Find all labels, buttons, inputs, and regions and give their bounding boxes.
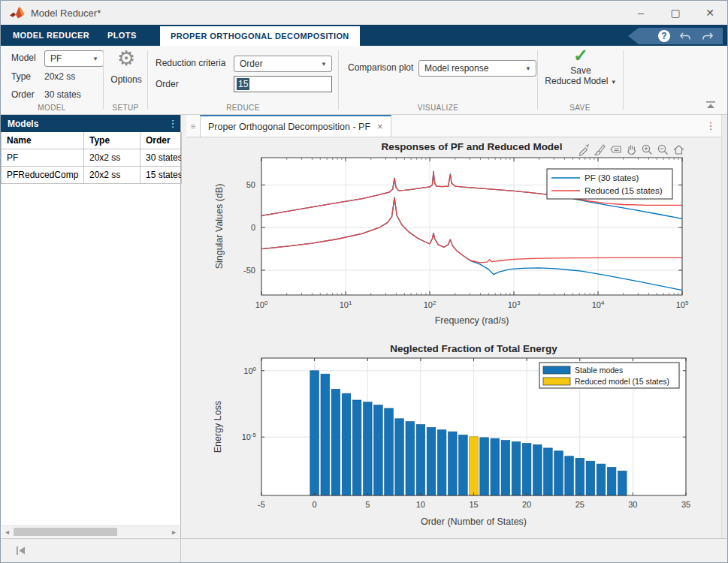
collapse-panel-icon[interactable] [16, 546, 26, 555]
scroll-left-icon[interactable]: ◂ [2, 526, 13, 537]
type-value: 20x2 ss [44, 71, 75, 82]
comparison-plot-dropdown[interactable]: Model response ▼ [418, 60, 536, 77]
model-dropdown[interactable]: PF ▼ [44, 50, 104, 67]
response-chart[interactable]: 100101102103104105500-50PF (30 states)Re… [194, 139, 720, 342]
svg-text:100: 100 [243, 366, 256, 375]
svg-text:5: 5 [365, 500, 370, 509]
document-tab[interactable]: Proper Orthogonal Decomposition - PF × [200, 115, 391, 137]
reduction-criteria-label: Reduction criteria [156, 58, 225, 68]
chevron-down-icon: ▼ [525, 61, 531, 77]
svg-text:10-5: 10-5 [242, 432, 257, 441]
section-separator [103, 50, 104, 110]
svg-text:50: 50 [246, 180, 255, 189]
section-label-reduce: REDUCE [148, 104, 338, 112]
export-icon[interactable] [578, 143, 591, 156]
minimize-button[interactable]: – [624, 1, 658, 25]
table-cell: 20x2 ss [84, 167, 140, 184]
maximize-button[interactable]: ▢ [658, 1, 693, 25]
energy-loss-plot[interactable]: -50510152025303510010-5Stable modesReduc… [194, 342, 720, 531]
svg-text:20: 20 [522, 500, 531, 509]
model-label: Model [11, 53, 36, 63]
svg-text:PF (30 states): PF (30 states) [585, 173, 639, 182]
models-table: Name Type Order PF20x2 ss30 statesPFRedu… [1, 132, 182, 184]
pan-icon[interactable] [625, 143, 638, 156]
kebab-menu-icon[interactable]: ⋮ [165, 118, 180, 129]
redo-icon[interactable] [701, 31, 714, 41]
title-bar: Model Reducer* – ▢ ✕ [1, 1, 727, 25]
table-cell: 15 states [140, 167, 182, 184]
table-row[interactable]: PFReducedComp20x2 ss15 states [2, 167, 182, 184]
matlab-logo-icon [10, 6, 25, 20]
document-grip-icon[interactable]: ≡ [188, 119, 198, 134]
svg-text:-5: -5 [258, 500, 265, 509]
section-label-setup: SETUP [104, 104, 147, 112]
section-label-save: SAVE [537, 104, 623, 112]
section-separator [623, 50, 624, 110]
column-header-order[interactable]: Order [140, 132, 182, 149]
zoom-out-icon[interactable] [657, 143, 669, 156]
reduce-order-label: Order [156, 79, 179, 89]
order-label: Order [11, 89, 35, 100]
tab-plots[interactable]: PLOTS [103, 25, 141, 46]
section-separator [338, 50, 339, 110]
ribbon: Model PF ▼ Type 20x2 ss Order 30 states … [1, 46, 727, 115]
svg-text:Singular Values (dB): Singular Values (dB) [214, 184, 225, 269]
scroll-right-icon[interactable]: ▸ [168, 526, 180, 537]
close-button[interactable]: ✕ [693, 1, 727, 25]
svg-text:Reduced (15 states): Reduced (15 states) [585, 186, 663, 195]
svg-text:Responses of PF and Reduced Mo: Responses of PF and Reduced Model [382, 141, 563, 152]
models-panel: Models ⋮ Name Type Order PF20x2 ss30 sta… [1, 115, 181, 538]
tab-model-reducer[interactable]: MODEL REDUCER [8, 25, 94, 46]
table-cell: 30 states [140, 149, 182, 167]
section-label-visualize: VISUALIZE [339, 104, 537, 112]
model-dropdown-value: PF [50, 53, 62, 64]
window-title: Model Reducer* [31, 8, 101, 19]
svg-text:104: 104 [592, 300, 605, 309]
singular-values-plot[interactable]: 100101102103104105500-50PF (30 states)Re… [194, 139, 720, 342]
svg-text:25: 25 [575, 500, 585, 509]
chevron-down-icon: ▼ [92, 51, 98, 67]
toolstrip-tab-bar: MODEL REDUCER PLOTS PROPER ORTHOGONAL DE… [1, 25, 727, 46]
zoom-in-icon[interactable] [641, 143, 654, 156]
app-window: Model Reducer* – ▢ ✕ MODEL REDUCER PLOTS… [0, 0, 728, 563]
models-panel-title: Models [8, 119, 165, 129]
status-bar [1, 538, 727, 562]
comparison-plot-label: Comparison plot [348, 62, 413, 73]
section-label-model: MODEL [1, 104, 103, 112]
energy-chart[interactable]: -50510152025303510010-5Stable modesReduc… [194, 342, 720, 531]
brush-icon[interactable] [594, 143, 606, 156]
order-input[interactable]: 15 [234, 76, 332, 92]
undo-icon[interactable] [679, 31, 692, 41]
order-input-value: 15 [237, 78, 249, 90]
horizontal-scrollbar[interactable]: ◂ ▸ [2, 525, 180, 537]
svg-text:Neglected Fraction of Total En: Neglected Fraction of Total Energy [390, 343, 557, 354]
reduction-criteria-dropdown[interactable]: Order ▼ [234, 56, 332, 72]
table-row[interactable]: PF20x2 ss30 states [2, 149, 182, 167]
status-bar-left [1, 539, 181, 562]
home-icon[interactable] [672, 143, 685, 156]
datatips-icon[interactable] [609, 143, 622, 156]
document-area: ≡ Proper Orthogonal Decomposition - PF ×… [186, 115, 721, 538]
chevron-down-icon: ▼ [321, 56, 327, 72]
svg-text:Order (Number of States): Order (Number of States) [421, 516, 527, 527]
svg-text:0: 0 [251, 223, 255, 232]
check-icon: ✓ [539, 47, 623, 64]
svg-text:105: 105 [676, 300, 689, 309]
close-tab-icon[interactable]: × [377, 121, 383, 132]
scrollbar-thumb[interactable] [14, 528, 117, 536]
table-cell: PFReducedComp [2, 167, 84, 184]
tab-proper-orthogonal-decomposition[interactable]: PROPER ORTHOGONAL DECOMPOSITION [160, 26, 360, 46]
options-button[interactable]: ⚙ Options [106, 49, 147, 85]
svg-text:100: 100 [255, 300, 268, 309]
save-reduced-model-button[interactable]: ✓ Save Reduced Model ▼ [539, 47, 623, 86]
svg-text:Frequency (rad/s): Frequency (rad/s) [435, 315, 509, 326]
svg-text:15: 15 [469, 500, 478, 509]
kebab-menu-icon[interactable]: ⋮ [705, 120, 717, 131]
section-separator [147, 50, 148, 110]
order-value: 30 states [44, 89, 81, 100]
document-tab-bar: ≡ Proper Orthogonal Decomposition - PF ×… [186, 115, 721, 137]
help-icon[interactable]: ? [658, 30, 670, 42]
column-header-name[interactable]: Name [2, 132, 84, 149]
collapse-ribbon-icon[interactable] [705, 101, 717, 110]
column-header-type[interactable]: Type [84, 132, 140, 149]
